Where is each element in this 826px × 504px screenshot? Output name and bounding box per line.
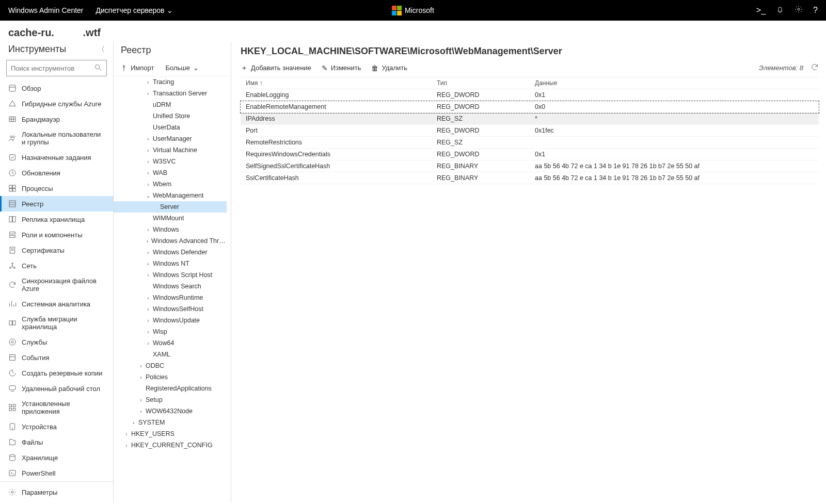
chevron-right-icon[interactable]: › [138,409,144,414]
tree-node[interactable]: ›SYSTEM [114,417,231,428]
tree-node[interactable]: XAML [114,349,231,360]
tree-node[interactable]: ›WindowsRuntime [114,292,231,303]
tree-node[interactable]: uDRM [114,99,231,110]
tree-node[interactable]: ›Transaction Server [114,88,231,99]
tree-node[interactable]: ›HKEY_CURRENT_CONFIG [114,440,231,451]
tool-item-analytics[interactable]: Системная аналитика [0,296,113,312]
tree-node[interactable]: RegisteredApplications [114,383,231,394]
tool-item-sync[interactable]: Синхронизация файлов Azure [0,273,113,296]
edit-button[interactable]: ✎ Изменить [322,63,361,73]
chevron-right-icon[interactable]: › [146,238,149,244]
collapse-tools-icon[interactable]: 〈 [98,45,105,54]
chevron-down-icon[interactable]: ⌄ [146,193,151,199]
tool-item-azure[interactable]: Гибридные службы Azure [0,96,113,111]
tree-node[interactable]: ›W3SVC [114,156,231,167]
tool-item-events[interactable]: События [0,350,113,365]
chevron-right-icon[interactable]: › [124,443,129,448]
tool-item-storage[interactable]: Хранилище [0,450,113,465]
tree-node[interactable]: ›Windows [114,224,231,235]
tools-search[interactable] [6,60,107,76]
more-button[interactable]: Больше ⌄ [165,64,199,72]
chevron-right-icon[interactable]: › [146,261,151,267]
console-icon[interactable]: >_ [756,6,766,15]
tree-node[interactable]: ›Windows Advanced Threat Protection [114,235,231,247]
tree-node[interactable]: ›Wbem [114,178,231,190]
server-manager-dropdown[interactable]: Диспетчер серверов ⌄ [96,6,173,14]
tree-node[interactable]: Windows Search [114,281,231,292]
tree-node[interactable]: Server [114,201,231,213]
chevron-right-icon[interactable]: › [146,318,151,323]
tool-item-processes[interactable]: Процессы [0,181,113,196]
tree-node[interactable]: ›Wisp [114,326,231,337]
table-row[interactable]: IPAddressREG_SZ* [241,113,819,125]
notifications-icon[interactable] [776,5,784,15]
add-value-button[interactable]: ＋ Добавить значение [241,63,311,73]
tree-node[interactable]: ›ODBC [114,360,231,371]
tool-item-replica[interactable]: Реплика хранилища [0,212,113,227]
table-row[interactable]: PortREG_DWORD0x1fec [241,125,819,137]
tool-item-network[interactable]: Сеть [0,258,113,273]
tool-item-registry[interactable]: Реестр [0,196,113,212]
help-icon[interactable]: ? [813,6,818,15]
table-row[interactable]: EnableLoggingREG_DWORD0x1 [241,89,819,101]
tool-item-users[interactable]: Локальные пользователи и группы [0,127,113,150]
tree-node[interactable]: ›Setup [114,394,231,405]
tree-node[interactable]: ›HKEY_USERS [114,428,231,440]
import-button[interactable]: ⭱ Импорт [121,64,154,72]
chevron-right-icon[interactable]: › [146,340,151,346]
tree-node[interactable]: ⌄WebManagement [114,190,231,201]
tool-item-updates[interactable]: Обновления [0,165,113,181]
chevron-right-icon[interactable]: › [138,363,144,369]
table-row[interactable]: RequiresWindowsCredentialsREG_DWORD0x1 [241,149,819,160]
chevron-right-icon[interactable]: › [146,295,151,301]
tool-item-tasks[interactable]: Назначенные задания [0,150,113,165]
tool-item-firewall[interactable]: Брандмауэр [0,111,113,127]
tree-node[interactable]: ›Policies [114,371,231,383]
tree-node[interactable]: ›Tracing [114,76,231,88]
chevron-right-icon[interactable]: › [146,306,151,312]
chevron-right-icon[interactable]: › [146,227,151,233]
tool-item-files[interactable]: Файлы [0,434,113,450]
chevron-right-icon[interactable]: › [146,159,151,165]
chevron-right-icon[interactable]: › [131,420,136,426]
chevron-right-icon[interactable]: › [146,329,151,335]
scrollbar-thumb[interactable] [227,362,230,418]
table-row[interactable]: SslCertificateHashREG_BINARYaa 5b 56 4b … [241,172,819,184]
chevron-right-icon[interactable]: › [138,397,144,403]
tree-node[interactable]: ›Windows NT [114,258,231,269]
refresh-icon[interactable] [811,63,819,73]
chevron-right-icon[interactable]: › [146,170,151,176]
tree-node[interactable]: ›UserManager [114,133,231,144]
tree-node[interactable]: ›WindowsUpdate [114,315,231,326]
tree-node[interactable]: Unified Store [114,110,231,122]
tool-item-certs[interactable]: Сертификаты [0,242,113,258]
table-row[interactable]: EnableRemoteManagementREG_DWORD0x0 [241,101,819,113]
settings-icon[interactable] [795,5,803,15]
chevron-right-icon[interactable]: › [146,148,151,153]
tree-node[interactable]: ›Wow64 [114,337,231,349]
tree-node[interactable]: ›WOW6432Node [114,405,231,417]
delete-button[interactable]: 🗑 Удалить [371,63,407,73]
tool-item-overview[interactable]: Обзор [0,80,113,96]
tree-node[interactable]: ›WindowsSelfHost [114,303,231,315]
tree-node[interactable]: ›WAB [114,167,231,178]
tool-item-migration[interactable]: Служба миграции хранилища [0,312,113,334]
tool-item-rdp[interactable]: Удаленный рабочий стол [0,381,113,396]
tool-item-ps[interactable]: PowerShell [0,465,113,481]
chevron-right-icon[interactable]: › [124,431,129,437]
tool-item-roles[interactable]: Роли и компоненты [0,227,113,242]
chevron-right-icon[interactable]: › [146,91,151,96]
table-row[interactable]: SelfSignedSslCertificateHashREG_BINARYaa… [241,160,819,172]
tool-item-services[interactable]: Службы [0,334,113,350]
chevron-right-icon[interactable]: › [146,79,151,85]
tree-node[interactable]: ›Windows Script Host [114,269,231,281]
search-input[interactable] [11,64,94,72]
col-type[interactable]: Тип [437,79,535,87]
chevron-right-icon[interactable]: › [146,136,151,142]
tool-item-apps[interactable]: Установленные приложения [0,396,113,419]
chevron-right-icon[interactable]: › [138,375,144,380]
tree-node[interactable]: UserData [114,122,231,133]
tool-item-backup[interactable]: Создать резервные копии [0,365,113,381]
tree-node[interactable]: ›Windows Defender [114,247,231,258]
col-name[interactable]: Имя ↑ [246,79,437,87]
